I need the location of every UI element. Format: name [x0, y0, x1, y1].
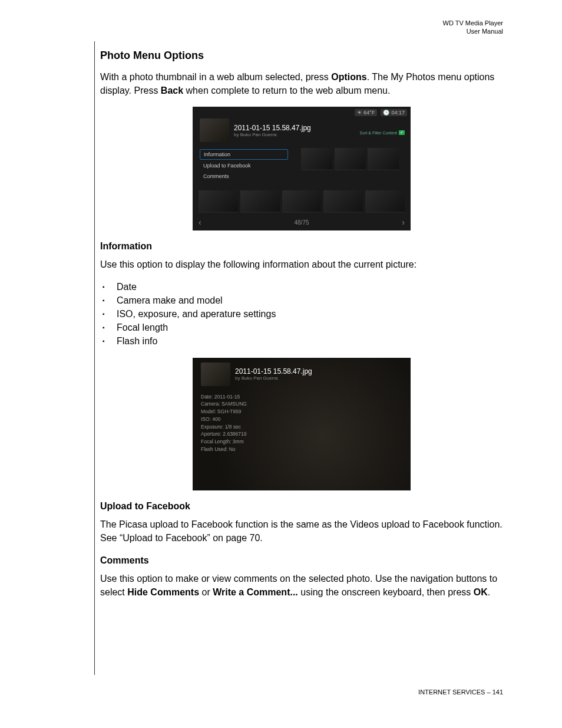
- section-intro: With a photo thumbnail in a web album se…: [100, 70, 503, 97]
- product-name: WD TV Media Player: [443, 19, 504, 27]
- exif-info-list: Date: 2011-01-15 Camera: SAMSUNG Model: …: [201, 393, 402, 453]
- figure-information-panel: 2011-01-15 15.58.47.jpg by Buko Pan Guer…: [100, 358, 503, 490]
- exif-line: Aperture: 2.6386719: [201, 430, 402, 438]
- grid-thumb: [199, 190, 238, 213]
- grid-thumb: [323, 190, 363, 213]
- information-lead: Use this option to display the following…: [100, 258, 503, 271]
- upload-heading: Upload to Facebook: [100, 501, 503, 512]
- next-arrow-icon[interactable]: ›: [402, 218, 405, 227]
- weather-badge: ☀64°F: [355, 109, 377, 116]
- prev-arrow-icon[interactable]: ‹: [199, 218, 201, 227]
- weather-icon: ☀: [357, 110, 362, 116]
- exif-line: Model: SGH-T959: [201, 408, 402, 416]
- bullet-item: Camera make and model: [100, 294, 503, 307]
- grid-thumb: [335, 148, 366, 170]
- figure-photo-menu: ☀64°F 🕒04:17 2011-01-15 15.58.47.jpg by …: [100, 107, 503, 230]
- intro-text-post: when complete to return to the web album…: [183, 85, 390, 95]
- screenshot-info: 2011-01-15 15.58.47.jpg by Buko Pan Guer…: [193, 358, 411, 490]
- doc-type: User Manual: [443, 27, 504, 35]
- options-menu: Information Upload to Facebook Comments: [193, 147, 295, 187]
- screenshot-menu: ☀64°F 🕒04:17 2011-01-15 15.58.47.jpg by …: [193, 107, 411, 230]
- exif-line: Camera: SAMSUNG: [201, 400, 402, 408]
- exif-line: Focal Length: 3mm: [201, 438, 402, 446]
- intro-text-pre: With a photo thumbnail in a web album se…: [100, 72, 331, 82]
- information-heading: Information: [100, 241, 503, 252]
- menu-item-comments[interactable]: Comments: [200, 172, 288, 181]
- grid-thumb: [368, 148, 399, 170]
- temp-value: 64°F: [363, 110, 375, 116]
- header-meta: WD TV Media Player User Manual: [443, 19, 504, 36]
- menu-item-upload[interactable]: Upload to Facebook: [200, 161, 288, 170]
- sort-filter-badge: Sort & Filter Content ✓: [360, 130, 405, 135]
- comments-bold-ok: OK: [474, 587, 488, 597]
- exif-line: Date: 2011-01-15: [201, 393, 402, 401]
- clock-icon: 🕒: [383, 110, 389, 116]
- upload-body: The Picasa upload to Facebook function i…: [100, 518, 503, 545]
- comments-bold-write: Write a Comment...: [213, 587, 298, 597]
- comments-heading: Comments: [100, 555, 503, 566]
- intro-bold-options: Options: [331, 72, 366, 82]
- exif-line: ISO: 400: [201, 416, 402, 423]
- grid-thumb: [240, 190, 280, 213]
- comments-bold-hide: Hide Comments: [127, 587, 199, 597]
- intro-bold-back: Back: [161, 85, 183, 95]
- bullet-item: Focal length: [100, 321, 503, 334]
- comments-body: Use this option to make or view comments…: [100, 572, 503, 599]
- pager-label: 48/75: [294, 219, 309, 226]
- grid-thumb: [365, 190, 405, 213]
- sort-filter-text: Sort & Filter Content: [360, 131, 397, 135]
- clock-badge: 🕒04:17: [381, 109, 407, 116]
- exif-line: Exposure: 1/8 sec: [201, 423, 402, 431]
- menu-item-information[interactable]: Information: [200, 149, 288, 160]
- exif-line: Flash Used: No: [201, 446, 402, 453]
- comments-mid2: using the onscreen keyboard, then press: [298, 587, 474, 597]
- grid-thumb: [282, 190, 322, 213]
- footer-section: INTERNET SERVICES: [418, 689, 485, 696]
- bullet-item: Date: [100, 280, 503, 294]
- page-footer: INTERNET SERVICES – 141: [418, 689, 503, 696]
- left-margin-rule: [94, 41, 95, 675]
- ok-icon: ✓: [399, 130, 405, 135]
- byline-label: by Buko Pan Guerra: [234, 132, 311, 137]
- filename-label: 2011-01-15 15.58.47.jpg: [234, 124, 311, 132]
- byline-label: by Buko Pan Guerra: [235, 375, 312, 381]
- comments-post: .: [488, 587, 490, 597]
- footer-page-number: 141: [492, 689, 503, 696]
- filename-label: 2011-01-15 15.58.47.jpg: [235, 367, 312, 375]
- bullet-item: Flash info: [100, 334, 503, 348]
- comments-mid1: or: [199, 587, 213, 597]
- bullet-item: ISO, exposure, and aperature settings: [100, 307, 503, 321]
- preview-thumbnail: [201, 363, 230, 386]
- information-bullet-list: Date Camera make and model ISO, exposure…: [100, 280, 503, 348]
- time-value: 04:17: [391, 110, 405, 116]
- preview-thumbnail: [200, 118, 229, 142]
- grid-thumb: [301, 148, 332, 170]
- section-title: Photo Menu Options: [100, 50, 503, 62]
